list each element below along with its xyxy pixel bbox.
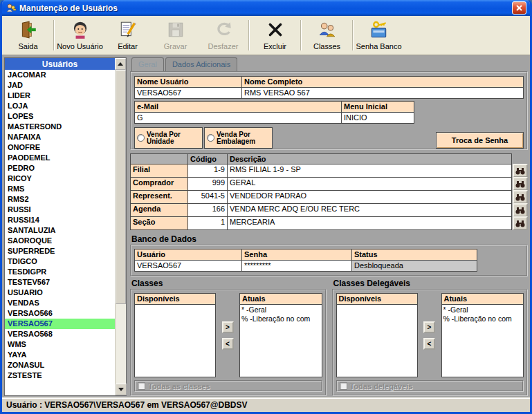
menu-inicial-label: Menu Inicial — [341, 101, 414, 113]
list-item[interactable]: % -Liberação no com — [442, 314, 524, 323]
delegaveis-move-right-button[interactable]: > — [423, 321, 435, 333]
user-item[interactable]: ZSTESTE — [5, 370, 115, 381]
user-item[interactable]: VERSAO566 — [5, 308, 115, 319]
tab-geral[interactable]: Geral — [131, 57, 164, 71]
secao-search-button[interactable] — [513, 216, 528, 230]
delegaveis-disponiveis-list[interactable] — [336, 304, 418, 377]
delete-icon — [266, 20, 285, 41]
titlebar[interactable]: Manutenção de Usuários — [2, 0, 530, 16]
classes-box: Disponíveis > < Atuais * -Geral — [130, 289, 327, 396]
user-item[interactable]: TDIGCO — [5, 256, 115, 267]
represent-codigo-field[interactable]: 5041-5 — [187, 190, 228, 204]
user-item[interactable]: MASTERSOND — [5, 122, 115, 132]
user-item[interactable]: VERSAO567 — [5, 319, 115, 329]
close-button[interactable] — [512, 1, 526, 15]
classes-move-left-button[interactable]: < — [222, 338, 234, 350]
db-status-label: Status — [351, 249, 477, 261]
user-item[interactable]: RMS — [5, 184, 115, 194]
user-item[interactable]: RMS2 — [5, 194, 115, 205]
senha-banco-button[interactable]: Senha Banco — [355, 17, 403, 53]
troca-de-senha-button[interactable]: Troca de Senha — [436, 132, 524, 149]
venda-por-unidade-label: Venda Por Unidade — [147, 131, 200, 145]
user-item[interactable]: WMS — [5, 339, 115, 350]
exit-button[interactable]: Saida — [4, 17, 52, 53]
nome-usuario-field[interactable]: VERSAO567 — [134, 87, 242, 99]
binoculars-icon — [515, 180, 525, 188]
email-field[interactable]: G — [134, 112, 342, 124]
comprador-label: Comprador — [130, 177, 188, 191]
new-user-label: Novo Usuário — [57, 42, 103, 50]
classes-button[interactable]: Classes — [303, 17, 351, 53]
save-icon — [166, 20, 185, 41]
user-item[interactable]: JAD — [5, 80, 115, 91]
email-label: e-Mail — [134, 101, 342, 113]
agenda-search-button[interactable] — [513, 203, 528, 217]
user-item[interactable]: JACOMAR — [5, 70, 115, 80]
db-senha-field[interactable]: ********* — [241, 260, 352, 272]
save-button[interactable]: Gravar — [152, 17, 199, 53]
user-item[interactable]: RUSSI — [5, 205, 115, 215]
db-usuario-field[interactable]: VERSAO567 — [134, 260, 242, 272]
user-item[interactable]: RUSSI14 — [5, 215, 115, 225]
user-item[interactable]: USUARIO — [5, 288, 115, 298]
user-item[interactable]: SAOROQUE — [5, 236, 115, 246]
scroll-down-button[interactable] — [116, 384, 127, 395]
user-item[interactable]: LOJA — [5, 101, 115, 111]
todas-delegaveis-checkbox[interactable] — [340, 382, 347, 390]
user-item[interactable]: PEDRO — [5, 163, 115, 173]
comprador-search-button[interactable] — [513, 177, 528, 191]
user-item[interactable]: NAFAIXA — [5, 132, 115, 142]
represent-descricao-field: VENDEDOR PADRAO — [227, 190, 512, 204]
user-item[interactable]: VERSAO568 — [5, 329, 115, 339]
classes-move-right-button[interactable]: > — [222, 321, 234, 333]
user-item[interactable]: SANTALUZIA — [5, 225, 115, 236]
edit-icon — [118, 20, 138, 41]
user-item[interactable]: TESDIGPR — [5, 267, 115, 277]
menu-inicial-field[interactable]: INICIO — [341, 112, 414, 124]
filial-codigo-field[interactable]: 1-9 — [187, 164, 228, 178]
comprador-codigo-field[interactable]: 999 — [187, 177, 228, 191]
delete-button[interactable]: Excluir — [251, 17, 299, 53]
delegaveis-move-left-button[interactable]: < — [423, 338, 435, 350]
user-list: JACOMAR JAD LIDER LOJA LOPES MASTERSOND … — [5, 70, 115, 395]
venda-por-unidade-radio[interactable]: Venda Por Unidade — [134, 127, 203, 149]
edit-button[interactable]: Editar — [104, 17, 152, 53]
filial-search-button[interactable] — [513, 164, 528, 178]
undo-button[interactable]: Desfazer — [199, 17, 247, 53]
user-item[interactable]: LIDER — [5, 91, 115, 101]
user-item[interactable]: ONOFRE — [5, 142, 115, 153]
scrollbar-thumb[interactable] — [116, 70, 126, 304]
user-item[interactable]: SUPERREDE — [5, 246, 115, 256]
user-item[interactable]: RICOY — [5, 173, 115, 184]
user-item[interactable]: LOPES — [5, 111, 115, 122]
user-item[interactable]: VENDAS — [5, 298, 115, 308]
venda-por-embalagem-radio[interactable]: Venda Por Embalagem — [204, 127, 273, 149]
list-item[interactable]: * -Geral — [240, 305, 322, 314]
main-form: Geral Dados Adicionais Nome Usuário Nome… — [130, 57, 528, 396]
tab-dados-adicionais[interactable]: Dados Adicionais — [165, 57, 237, 71]
agenda-codigo-field[interactable]: 166 — [187, 203, 228, 217]
user-item[interactable]: ZONASUL — [5, 360, 115, 370]
represent-search-button[interactable] — [513, 190, 528, 204]
scroll-up-button[interactable] — [115, 58, 126, 70]
secao-codigo-field[interactable]: 1 — [187, 216, 228, 230]
todas-as-classes-row: Todas as classes — [134, 380, 322, 392]
classes-atuais-list[interactable]: * -Geral % -Liberação no com — [239, 304, 322, 377]
new-user-icon — [71, 20, 90, 41]
new-user-button[interactable]: Novo Usuário — [56, 17, 104, 53]
nome-completo-field[interactable]: RMS VERSAO 567 — [241, 87, 524, 99]
todas-as-classes-label: Todas as classes — [148, 382, 210, 391]
classes-delegaveis-box: Disponíveis > < Atuais * -Geral — [332, 289, 529, 396]
user-item[interactable]: PAODEMEL — [5, 153, 115, 163]
todas-as-classes-checkbox[interactable] — [138, 382, 145, 390]
user-list-scrollbar[interactable] — [115, 70, 126, 395]
user-item[interactable]: TESTEV567 — [5, 277, 115, 288]
senha-banco-label: Senha Banco — [356, 42, 401, 50]
banco-de-dados-box: Usuário Senha Status VERSAO567 *********… — [130, 245, 528, 276]
classes-disponiveis-list[interactable] — [134, 304, 216, 377]
delegaveis-atuais-list[interactable]: * -Geral % -Liberação no com — [441, 304, 524, 377]
toolbar-separator — [53, 20, 55, 50]
user-item[interactable]: YAYA — [5, 350, 115, 360]
list-item[interactable]: % -Liberação no com — [240, 314, 322, 323]
list-item[interactable]: * -Geral — [442, 305, 524, 314]
